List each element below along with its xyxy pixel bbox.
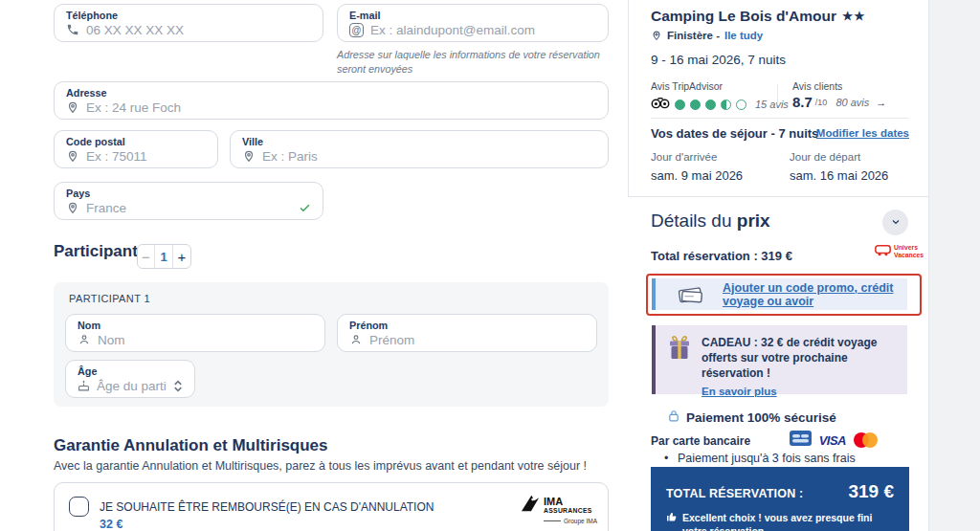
city-field[interactable]: Ville <box>230 130 609 168</box>
rating-dot <box>690 100 701 110</box>
secure-payment-text: Paiement 100% sécurisé <box>686 410 836 425</box>
lastname-label: Nom <box>78 320 313 332</box>
client-reviews: Avis clients 8.7 /10 80 avis → <box>792 80 886 110</box>
at-icon: @ <box>349 23 364 37</box>
lock-icon <box>668 409 679 426</box>
reviews-divider <box>777 84 778 105</box>
tripadvisor-owl-icon <box>651 96 670 113</box>
gift-credit-box: CADEAU : 32 € de crédit voyage offerts s… <box>652 325 907 394</box>
thumbs-up-icon <box>666 511 678 531</box>
city-input[interactable] <box>262 149 596 164</box>
country-input[interactable] <box>86 201 292 215</box>
guarantee-title: Garantie Annulation et Multirisques <box>54 436 328 455</box>
firstname-field[interactable]: Prénom <box>337 314 597 352</box>
gift-text: CADEAU : 32 € de crédit voyage offerts s… <box>702 335 898 382</box>
stay-dates-summary: 9 - 16 mai 2026, 7 nuits <box>651 53 786 67</box>
firstname-label: Prénom <box>349 320 585 332</box>
address-field[interactable]: Adresse <box>54 81 609 120</box>
age-label: Âge <box>78 365 183 378</box>
total-box-value: 319 € <box>848 481 894 502</box>
lastname-input[interactable] <box>98 333 313 347</box>
reservation-total-value: 319 € <box>761 249 792 263</box>
sort-chevrons-icon <box>173 380 183 392</box>
total-reservation-box: TOTAL RÉSERVATION : 319 € Excellent choi… <box>651 467 909 531</box>
phone-label: Téléphone <box>66 10 311 22</box>
mastercard-logo <box>854 432 879 448</box>
postal-code-input[interactable] <box>86 149 206 164</box>
tripadvisor-label: Avis TripAdvisor <box>651 80 789 92</box>
collapse-price-button[interactable] <box>882 210 908 235</box>
refund-checkbox[interactable] <box>69 497 89 517</box>
univers-vacances-logo: Univers Vacances <box>875 243 924 260</box>
property-city-link[interactable]: Ile tudy <box>724 30 763 41</box>
payment-methods: VISA <box>790 431 879 450</box>
total-box-note: Excellent choix ! vous avez presque fini… <box>682 511 894 531</box>
email-field[interactable]: E-mail @ <box>337 4 609 42</box>
sidebar-card-bottom-border <box>628 196 928 197</box>
sidebar-card-left-border <box>628 0 629 196</box>
age-select[interactable] <box>97 379 167 393</box>
by-card-label: Par carte bancaire <box>651 434 750 448</box>
lastname-field[interactable]: Nom <box>65 314 325 352</box>
increment-button[interactable]: + <box>173 245 190 268</box>
cb-card-icon <box>790 431 812 450</box>
brand-line1: Univers <box>894 244 924 252</box>
country-field[interactable]: Pays <box>54 182 323 220</box>
client-review-count[interactable]: 80 avis <box>835 97 869 108</box>
gift-icon <box>667 335 692 399</box>
arrival-date: sam. 9 mai 2026 <box>651 168 743 183</box>
annotation-highlight-box <box>646 274 922 316</box>
learn-more-link[interactable]: En savoir plus <box>702 386 777 397</box>
address-label: Adresse <box>66 87 596 100</box>
location-pin-icon <box>651 30 662 41</box>
location-pin-icon <box>66 100 79 114</box>
page-background <box>929 0 980 531</box>
client-score: 8.7 <box>792 94 813 110</box>
decrement-button[interactable]: − <box>138 245 154 268</box>
email-label: E-mail <box>349 10 596 22</box>
departure-date: sam. 16 mai 2026 <box>790 168 888 183</box>
gift-accent-bar <box>652 325 656 394</box>
booking-page: Téléphone E-mail @ Adresse sur laquelle … <box>0 0 980 531</box>
ima-sub: ASSURANCES <box>544 507 592 514</box>
property-region: Finistère - <box>667 30 720 41</box>
email-input[interactable] <box>370 23 596 37</box>
departure-label: Jour de départ <box>790 151 860 163</box>
installments-text: Paiement jusqu'à 3 fois sans frais <box>678 452 856 465</box>
guarantee-price: 32 € <box>100 518 122 531</box>
postal-code-label: Code postal <box>66 136 206 148</box>
person-icon <box>78 333 91 346</box>
visa-logo: VISA <box>819 433 846 448</box>
country-label: Pays <box>66 188 311 200</box>
divider <box>651 118 909 119</box>
postal-code-field[interactable]: Code postal <box>54 130 218 168</box>
rating-dot <box>736 100 746 110</box>
phone-input[interactable] <box>86 23 311 37</box>
email-helper-text: Adresse sur laquelle les informations de… <box>337 48 614 77</box>
client-reviews-label: Avis clients <box>792 80 886 92</box>
stay-section-title: Vos dates de séjour - 7 nuits <box>651 126 818 141</box>
ima-logo-icon <box>521 494 541 516</box>
arrow-right-icon[interactable]: → <box>876 97 886 108</box>
city-label: Ville <box>242 136 596 148</box>
ima-name: IMA <box>544 497 592 507</box>
client-score-max: /10 <box>815 98 828 107</box>
secure-payment-line: Paiement 100% sécurisé <box>668 409 836 426</box>
age-field[interactable]: Âge <box>65 360 195 398</box>
rating-dot <box>705 100 716 110</box>
rating-dot <box>721 100 731 110</box>
price-details-title-prefix: Détails du <box>651 210 737 231</box>
phone-icon <box>66 23 79 36</box>
modify-dates-link[interactable]: Modifier les dates <box>816 127 909 139</box>
participant-card-title: PARTICIPANT 1 <box>69 293 150 304</box>
sidebar-right-border <box>928 0 929 531</box>
bullet-icon: • <box>664 452 668 465</box>
phone-field[interactable]: Téléphone <box>54 4 323 42</box>
tripadvisor-review-count: 15 avis <box>755 99 789 110</box>
firstname-input[interactable] <box>369 333 585 347</box>
univers-vacances-icon <box>875 243 891 260</box>
reservation-total-label: Total réservation : <box>651 249 761 263</box>
guarantee-subtitle: Avec la garantie Annulation et Multirisq… <box>54 459 609 473</box>
address-input[interactable] <box>86 100 596 115</box>
valid-check-icon <box>299 202 311 214</box>
